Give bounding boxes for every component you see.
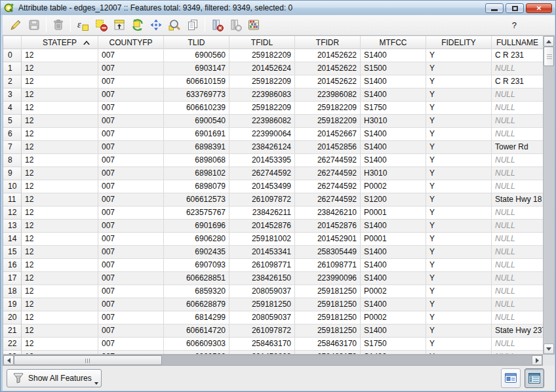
cell-fullname[interactable]: State Hwy 237 [492, 324, 543, 338]
cell-tfidr[interactable]: 262744592 [295, 154, 361, 167]
cell-countyfp[interactable]: 007 [98, 298, 164, 311]
row-number[interactable]: 10 [3, 180, 22, 193]
cell-countyfp[interactable]: 007 [98, 128, 164, 141]
cell-fidelity[interactable]: Y [426, 206, 492, 220]
cell-fidelity[interactable]: Y [426, 259, 492, 272]
cell-fidelity[interactable]: Y [426, 154, 492, 167]
cell-countyfp[interactable]: 007 [98, 180, 164, 193]
scroll-up-button[interactable] [544, 36, 554, 47]
cell-statefp[interactable]: 12 [22, 298, 98, 311]
cell-tfidl[interactable]: 259181250 [229, 298, 295, 311]
cell-tfidl[interactable]: 208059037 [229, 311, 295, 324]
cell-fidelity[interactable]: Y [426, 75, 492, 88]
cell-fullname[interactable]: NULL [492, 115, 543, 128]
cell-countyfp[interactable]: 007 [98, 102, 164, 115]
cell-tfidr[interactable]: 223986082 [295, 88, 361, 102]
cell-countyfp[interactable]: 007 [98, 311, 164, 324]
cell-tfidl[interactable]: 201453395 [229, 154, 295, 167]
row-number[interactable]: 11 [3, 193, 22, 206]
cell-statefp[interactable]: 12 [22, 338, 98, 351]
cell-mtfcc[interactable]: S1400 [361, 246, 426, 259]
cell-tfidr[interactable]: 262744592 [295, 193, 361, 206]
cell-fidelity[interactable]: Y [426, 62, 492, 75]
cell-tfidr[interactable]: 223990096 [295, 272, 361, 285]
cell-countyfp[interactable]: 007 [98, 272, 164, 285]
row-number[interactable]: 15 [3, 246, 22, 259]
cell-statefp[interactable]: 12 [22, 62, 98, 75]
row-number[interactable]: 8 [3, 154, 22, 167]
help-label[interactable]: ? [512, 20, 517, 30]
cell-fullname[interactable]: NULL [492, 206, 543, 220]
row-number[interactable]: 2 [3, 75, 22, 88]
cell-mtfcc[interactable]: P0002 [361, 180, 426, 193]
cell-tfidr[interactable]: 259181250 [295, 285, 361, 298]
cell-countyfp[interactable]: 007 [98, 154, 164, 167]
cell-mtfcc[interactable]: P0002 [361, 285, 426, 298]
cell-tlid[interactable]: 606628879 [164, 298, 229, 311]
row-number[interactable]: 13 [3, 220, 22, 233]
cell-statefp[interactable]: 12 [22, 259, 98, 272]
cell-tfidr[interactable]: 201452622 [295, 75, 361, 88]
cell-tfidl[interactable]: 201452624 [229, 62, 295, 75]
cell-fullname[interactable]: NULL [492, 180, 543, 193]
cell-countyfp[interactable]: 007 [98, 167, 164, 180]
cell-tfidr[interactable]: 201452901 [295, 233, 361, 246]
cell-tfidl[interactable]: 223986083 [229, 88, 295, 102]
cell-fullname[interactable]: C R 231 [492, 75, 543, 88]
cell-tfidl[interactable]: 262744592 [229, 167, 295, 180]
column-header-tlid[interactable]: TLID [164, 36, 229, 49]
cell-mtfcc[interactable]: H3010 [361, 167, 426, 180]
cell-tfidr[interactable]: 259181250 [295, 298, 361, 311]
cell-fullname[interactable]: NULL [492, 259, 543, 272]
cell-fullname[interactable]: NULL [492, 88, 543, 102]
invert-selection-button[interactable] [129, 16, 147, 33]
cell-mtfcc[interactable]: S1400 [361, 141, 426, 154]
cell-tfidr[interactable]: 259181250 [295, 324, 361, 338]
cell-countyfp[interactable]: 007 [98, 75, 164, 88]
cell-mtfcc[interactable]: S1500 [361, 62, 426, 75]
cell-tlid[interactable]: 606612573 [164, 193, 229, 206]
cell-fullname[interactable]: C R 231 [492, 49, 543, 62]
cell-countyfp[interactable]: 007 [98, 49, 164, 62]
maximize-button[interactable] [506, 3, 524, 13]
cell-tfidr[interactable]: 258305449 [295, 246, 361, 259]
cell-fullname[interactable]: NULL [492, 246, 543, 259]
cell-countyfp[interactable]: 007 [98, 141, 164, 154]
cell-mtfcc[interactable]: S1400 [361, 324, 426, 338]
cell-fullname[interactable]: NULL [492, 272, 543, 285]
cell-mtfcc[interactable]: S1400 [361, 75, 426, 88]
table-view-button[interactable] [525, 368, 544, 388]
close-button[interactable]: ✕ [526, 3, 552, 13]
cell-statefp[interactable]: 12 [22, 193, 98, 206]
cell-mtfcc[interactable]: P0002 [361, 311, 426, 324]
cell-fidelity[interactable]: Y [426, 311, 492, 324]
cell-tlid[interactable]: 6859320 [164, 285, 229, 298]
row-number[interactable]: 12 [3, 206, 22, 220]
cell-tlid[interactable]: 623575767 [164, 206, 229, 220]
cell-fidelity[interactable]: Y [426, 49, 492, 62]
cell-tfidl[interactable]: 201453341 [229, 246, 295, 259]
cell-tfidl[interactable]: 261097872 [229, 193, 295, 206]
cell-tlid[interactable]: 606610239 [164, 102, 229, 115]
cell-tfidl[interactable]: 258463170 [229, 338, 295, 351]
copy-selected-rows-button[interactable] [184, 16, 202, 33]
cell-tfidl[interactable]: 223986082 [229, 115, 295, 128]
cell-fullname[interactable]: NULL [492, 338, 543, 351]
cell-tfidl[interactable]: 259182209 [229, 49, 295, 62]
cell-tlid[interactable]: 6903147 [164, 62, 229, 75]
column-header-rownum[interactable] [3, 36, 22, 49]
cell-mtfcc[interactable]: S1400 [361, 298, 426, 311]
cell-countyfp[interactable]: 007 [98, 220, 164, 233]
cell-tfidl[interactable]: 238426124 [229, 141, 295, 154]
cell-statefp[interactable]: 12 [22, 49, 98, 62]
cell-tfidr[interactable]: 259182209 [295, 102, 361, 115]
row-number[interactable]: 17 [3, 272, 22, 285]
cell-fullname[interactable]: NULL [492, 298, 543, 311]
save-edits-button[interactable] [25, 16, 43, 33]
cell-fidelity[interactable]: Y [426, 141, 492, 154]
cell-countyfp[interactable]: 007 [98, 193, 164, 206]
cell-statefp[interactable]: 12 [22, 141, 98, 154]
cell-statefp[interactable]: 12 [22, 115, 98, 128]
cell-mtfcc[interactable]: S1400 [361, 154, 426, 167]
cell-tfidr[interactable]: 261098771 [295, 259, 361, 272]
